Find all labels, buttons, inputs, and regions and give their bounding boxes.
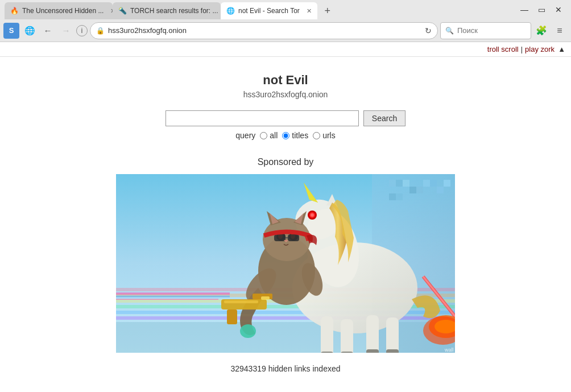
tab1-icon: 🔥 <box>10 7 19 15</box>
svg-text:wall: wall <box>444 347 454 353</box>
radio-titles[interactable] <box>282 132 289 139</box>
lock-icon: 🔒 <box>96 27 105 35</box>
url-bar[interactable]: 🔒 hss3uro2hsxfogfq.onion ↻ <box>90 22 438 39</box>
sponsored-image: wall <box>116 174 455 353</box>
browser-search-bar[interactable]: 🔍 <box>440 22 531 39</box>
svg-rect-59 <box>227 310 237 324</box>
new-tab-button[interactable]: + <box>320 3 336 18</box>
radio-urls-text: urls <box>322 131 336 140</box>
tab3-label: not Evil - Search Tor <box>238 7 300 15</box>
troll-scroll-link[interactable]: troll scroll <box>487 45 519 53</box>
radio-all-label[interactable]: all <box>260 131 278 140</box>
extension-button[interactable]: 🧩 <box>533 23 549 39</box>
forward-button[interactable]: → <box>58 23 74 39</box>
profile-button[interactable]: S <box>3 23 19 39</box>
pipe-separator: | <box>521 45 523 53</box>
close-button[interactable]: ✕ <box>551 3 566 16</box>
svg-point-56 <box>240 324 256 338</box>
site-subtitle: hss3uro2hsxfogfq.onion <box>243 90 328 99</box>
svg-rect-9 <box>437 187 444 193</box>
svg-rect-61 <box>224 300 258 303</box>
radio-urls-label[interactable]: urls <box>313 131 336 140</box>
radio-titles-label[interactable]: titles <box>282 131 308 140</box>
radio-urls[interactable] <box>313 132 320 139</box>
svg-point-32 <box>311 213 314 217</box>
url-text: hss3uro2hsxfogfq.onion <box>108 26 421 35</box>
search-icon: 🔍 <box>445 27 454 35</box>
footer-text: 32943319 hidden links indexed <box>230 364 340 373</box>
tab2-icon: 🔦 <box>118 7 127 15</box>
search-options-row: query all titles urls <box>235 131 335 140</box>
globe-icon[interactable]: 🌐 <box>22 23 38 39</box>
svg-rect-40 <box>366 349 379 353</box>
main-content: not Evil hss3uro2hsxfogfq.onion Search q… <box>0 57 571 392</box>
svg-rect-19 <box>116 322 455 353</box>
svg-rect-8 <box>430 180 437 187</box>
tab3-close[interactable]: ✕ <box>307 7 312 15</box>
radio-titles-text: titles <box>292 131 308 140</box>
browser-search-input[interactable] <box>457 26 508 35</box>
browser-frame: 🔥 The Uncensored Hidden ... ✕ 🔦 TORCH se… <box>0 0 571 392</box>
tab-notevil[interactable]: 🌐 not Evil - Search Tor ✕ <box>221 2 317 19</box>
tab3-icon: 🌐 <box>226 7 235 15</box>
title-bar: 🔥 The Uncensored Hidden ... ✕ 🔦 TORCH se… <box>0 0 571 19</box>
svg-rect-11 <box>389 193 396 200</box>
svg-rect-4 <box>403 180 409 187</box>
window-controls: — ▭ ✕ <box>516 3 566 16</box>
svg-rect-62 <box>261 296 270 300</box>
tab-uncensored[interactable]: 🔥 The Uncensored Hidden ... ✕ <box>5 2 113 19</box>
site-title: not Evil <box>263 73 308 88</box>
nav-bar: S 🌐 ← → i 🔒 hss3uro2hsxfogfq.onion ↻ 🔍 🧩… <box>0 19 571 42</box>
minimize-button[interactable]: — <box>516 3 532 16</box>
svg-rect-52 <box>274 234 286 241</box>
svg-rect-37 <box>386 317 399 353</box>
svg-rect-41 <box>386 349 399 353</box>
svg-point-43 <box>263 218 311 261</box>
query-label: query <box>235 131 255 140</box>
svg-rect-18 <box>116 316 455 320</box>
reload-button[interactable]: ↻ <box>425 26 432 35</box>
svg-rect-35 <box>341 319 353 353</box>
svg-rect-5 <box>409 187 416 193</box>
svg-rect-36 <box>366 315 379 353</box>
svg-rect-12 <box>396 193 403 200</box>
radio-all-text: all <box>270 131 278 140</box>
svg-rect-39 <box>341 352 353 353</box>
svg-rect-10 <box>444 180 450 187</box>
scroll-arrow-icon: ▲ <box>558 45 565 53</box>
cat-unicorn-svg: wall <box>116 174 455 353</box>
info-button[interactable]: i <box>76 25 88 36</box>
search-button[interactable]: Search <box>363 110 406 126</box>
play-zork-link[interactable]: play zork <box>525 45 555 53</box>
svg-rect-38 <box>321 352 333 353</box>
search-form: Search <box>165 110 406 126</box>
tab2-label: TORCH search results for: ... <box>130 7 218 15</box>
svg-rect-6 <box>416 187 423 193</box>
svg-rect-53 <box>288 234 299 241</box>
top-links-bar: troll scroll | play zork ▲ <box>0 42 571 57</box>
tab-torch[interactable]: 🔦 TORCH search results for: ... ✕ <box>113 2 221 19</box>
tab1-label: The Uncensored Hidden ... <box>22 7 104 15</box>
svg-rect-7 <box>423 180 430 187</box>
maximize-button[interactable]: ▭ <box>533 3 549 16</box>
svg-rect-2 <box>389 180 396 187</box>
search-input[interactable] <box>165 110 359 126</box>
svg-rect-34 <box>321 316 333 353</box>
radio-all[interactable] <box>260 132 267 139</box>
sponsored-label: Sponsored by <box>258 157 314 167</box>
back-button[interactable]: ← <box>40 23 56 39</box>
svg-rect-3 <box>396 180 403 187</box>
menu-button[interactable]: ≡ <box>552 23 568 39</box>
